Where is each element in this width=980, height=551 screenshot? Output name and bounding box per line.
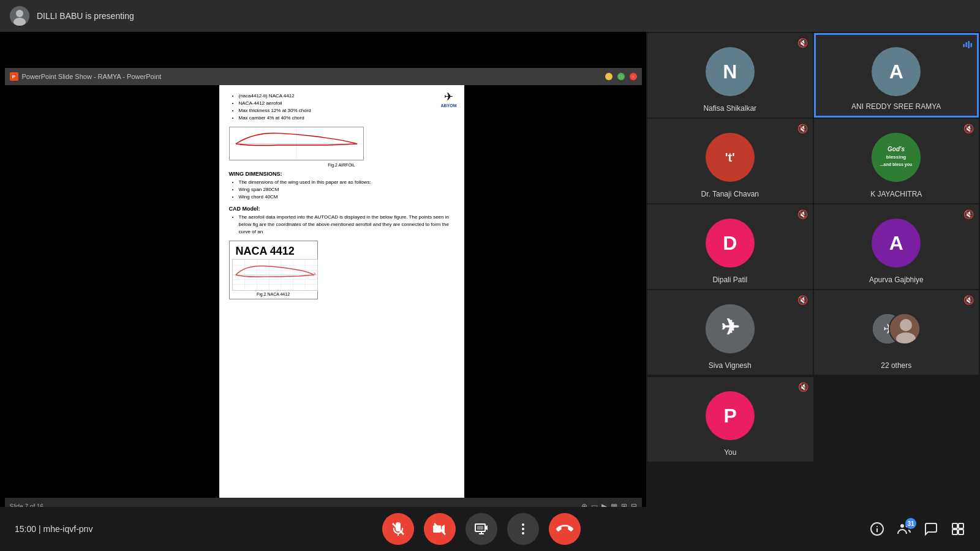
top-bar: DILLI BABU is presenting (0, 0, 980, 32)
svg-rect-20 (963, 44, 965, 47)
svg-point-45 (876, 526, 878, 527)
naca-chart (232, 259, 318, 291)
presenter-avatar (10, 6, 29, 26)
ppt-icon: P (10, 72, 18, 81)
present-button[interactable] (466, 513, 497, 545)
maximize-btn[interactable]: □ (617, 73, 625, 80)
close-btn[interactable]: × (630, 73, 637, 80)
svg-point-43 (522, 532, 524, 534)
wing-bullets: The dimensions of the wing used in this … (239, 179, 454, 201)
logo-text: ABYOM (440, 103, 456, 108)
more-options-button[interactable] (507, 513, 539, 545)
others-avatars: ✈ (872, 304, 921, 353)
participant-name: Siva Vignesh (647, 361, 813, 370)
participant-name: K JAYACHITRA (814, 190, 979, 198)
slide-bullets: (naca4412-ti) NACA 4412 NACA-4412 aerofo… (239, 92, 454, 122)
people-badge: 31 (905, 518, 916, 529)
others-tile: 🔇 ✈ (814, 290, 979, 375)
svg-point-1 (16, 10, 23, 17)
svg-point-33 (900, 319, 912, 331)
participant-tile: 🔇 't' Dr. Tanaji Chavan (647, 119, 813, 203)
cad-bullet-1: The aerofoil data imported into the AUTO… (239, 214, 454, 236)
others-count: 22 others (814, 361, 979, 370)
wing-bullet-1: The dimensions of the wing used in this … (239, 179, 454, 186)
avatar: D (706, 219, 755, 268)
avatar: ✈ (706, 304, 755, 353)
avatar: N (706, 47, 755, 96)
bullet-1: (naca4412-ti) NACA 4412 (239, 92, 454, 100)
bullet-3: Max thickness 12% at 30% chord (239, 107, 454, 114)
mute-icon: 🔇 (797, 209, 808, 219)
svg-text:✈: ✈ (721, 315, 739, 340)
naca-title: NACA 4412 (232, 244, 315, 259)
bottom-center (382, 513, 581, 545)
ppt-titlebar-controls[interactable]: – □ × (605, 73, 637, 80)
participant-name: Apurva Gajbhiye (814, 276, 979, 284)
participant-tile: 🔇 D Dipali Patil (647, 204, 813, 289)
time-display: 15:00 (15, 524, 36, 534)
participant-tile: 🔇 God's blessing ...and bless you K JAYA… (814, 119, 979, 203)
ppt-titlebar: P PowerPoint Slide Show - RAMYA - PowerP… (5, 68, 642, 85)
avatar: God's blessing ...and bless you (872, 133, 921, 182)
meeting-code: mhe-iqvf-pnv (43, 524, 92, 534)
you-avatar: P (706, 391, 755, 440)
naca-box: NACA 4412 (229, 241, 318, 299)
logo-icon: ✈ (440, 90, 456, 103)
ppt-title: PowerPoint Slide Show - RAMYA - PowerPoi… (22, 73, 162, 80)
ppt-window: P PowerPoint Slide Show - RAMYA - PowerP… (5, 68, 642, 515)
presenter-text: DILLI BABU is presenting (37, 11, 134, 21)
mute-icon: 🔇 (797, 38, 808, 48)
mute-button[interactable] (382, 513, 414, 545)
you-mute-icon: 🔇 (798, 382, 809, 392)
svg-point-42 (522, 528, 524, 530)
svg-rect-40 (477, 526, 483, 530)
participant-name: ANI REDDY SREE RAMYA (816, 102, 978, 111)
minimize-btn[interactable]: – (605, 73, 612, 80)
participant-name: Dipali Patil (647, 276, 813, 284)
svg-text:blessing: blessing (886, 154, 907, 160)
bullet-4: Max camber 4% at 40% chord (239, 114, 454, 122)
svg-rect-50 (959, 523, 963, 528)
activities-button[interactable] (951, 522, 965, 536)
cad-model-title: CAD Model: (229, 206, 454, 212)
svg-text:God's: God's (888, 146, 905, 152)
mute-icon: 🔇 (963, 124, 974, 133)
mute-icon: 🔇 (797, 295, 808, 305)
slide-black-left (5, 85, 219, 498)
svg-rect-52 (959, 530, 963, 534)
camera-button[interactable] (424, 513, 456, 545)
end-call-button[interactable] (549, 513, 581, 545)
mute-icon: 🔇 (963, 295, 974, 305)
slide-container: P PowerPoint Slide Show - RAMYA - PowerP… (5, 68, 642, 515)
wing-bullet-2: Wing span 280CM (239, 186, 454, 193)
bottom-right: 31 (870, 522, 965, 536)
participants-grid: 🔇 N Nafisa Shikalkar A ANI REDDY SREE RA… (646, 32, 980, 376)
airfoil-chart (229, 127, 364, 160)
participant-tile: 🔇 A Apurva Gajbhiye (814, 204, 979, 289)
participants-panel: 🔇 N Nafisa Shikalkar A ANI REDDY SREE RA… (646, 32, 980, 551)
presentation-area: P PowerPoint Slide Show - RAMYA - PowerP… (0, 32, 646, 551)
you-name: You (647, 448, 813, 457)
participant-name: Nafisa Shikalkar (647, 104, 813, 113)
svg-text:...and bless you: ...and bless you (880, 162, 913, 167)
avatar: A (872, 47, 921, 96)
people-button[interactable]: 31 (897, 522, 911, 536)
mute-icon: 🔇 (797, 124, 808, 133)
wing-bullet-3: Wing chord 40CM (239, 193, 454, 201)
svg-point-41 (522, 523, 524, 526)
participant-name: Dr. Tanaji Chavan (647, 190, 813, 198)
speaking-icon (962, 40, 972, 51)
info-button[interactable] (870, 522, 884, 536)
you-tile-wrapper: 🔇 P You (646, 376, 980, 463)
svg-point-47 (900, 524, 904, 528)
avatar: 't' (706, 133, 755, 182)
svg-rect-21 (965, 42, 967, 47)
bottom-bar: 15:00 | mhe-iqvf-pnv (0, 507, 980, 551)
others-avatar-2 (889, 313, 921, 345)
mute-icon: 🔇 (963, 209, 974, 219)
you-tile: 🔇 P You (647, 377, 813, 462)
svg-rect-22 (968, 41, 970, 48)
chat-button[interactable] (924, 522, 938, 536)
svg-rect-49 (952, 523, 957, 528)
participant-tile-active: A ANI REDDY SREE RAMYA (814, 33, 979, 118)
